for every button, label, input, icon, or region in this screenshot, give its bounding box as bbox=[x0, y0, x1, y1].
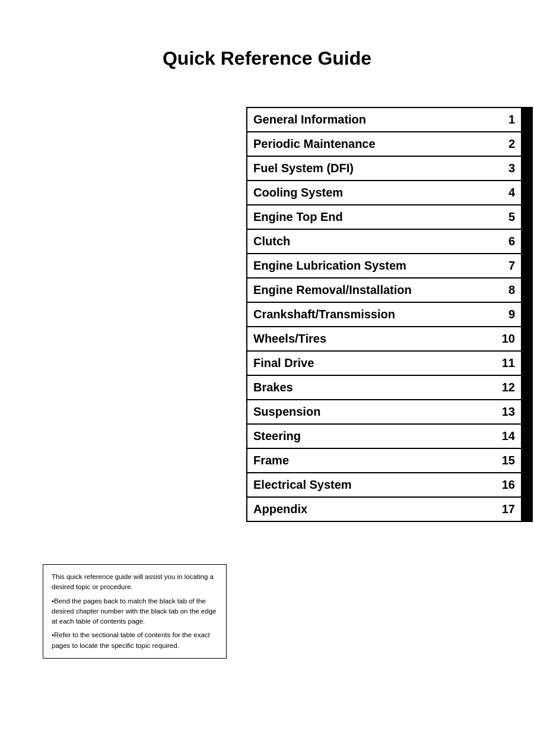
toc-item-number: 7 bbox=[491, 254, 521, 277]
toc-item-number: 14 bbox=[491, 425, 521, 448]
toc-item-tab bbox=[521, 473, 532, 496]
toc-item[interactable]: Engine Lubrication System7 bbox=[246, 253, 533, 277]
toc-item-tab bbox=[521, 279, 532, 302]
toc-item-label: Crankshaft/Transmission bbox=[247, 303, 491, 326]
toc-item[interactable]: Appendix17 bbox=[246, 496, 533, 522]
toc-item-label: Brakes bbox=[247, 376, 491, 399]
toc-item-label: Fuel System (DFI) bbox=[247, 157, 491, 180]
note-line3: •Refer to the sectional table of content… bbox=[52, 630, 218, 651]
toc-item-tab bbox=[521, 254, 532, 277]
note-line1: This quick reference guide will assist y… bbox=[52, 572, 218, 593]
toc-item-number: 4 bbox=[491, 181, 521, 204]
toc-item-number: 2 bbox=[491, 132, 521, 156]
toc-item-tab bbox=[521, 157, 532, 180]
toc-item[interactable]: Crankshaft/Transmission9 bbox=[246, 302, 533, 326]
note-box: This quick reference guide will assist y… bbox=[43, 564, 227, 659]
toc-item[interactable]: General Information1 bbox=[246, 107, 533, 131]
toc-item-tab bbox=[521, 303, 532, 326]
toc-item[interactable]: Periodic Maintenance2 bbox=[246, 131, 533, 156]
toc-item-number: 12 bbox=[491, 376, 521, 399]
toc-item[interactable]: Wheels/Tires10 bbox=[246, 326, 533, 350]
toc-item-label: Engine Top End bbox=[247, 205, 491, 229]
toc-item-tab bbox=[521, 449, 532, 472]
toc-item-tab bbox=[521, 425, 532, 448]
toc-item[interactable]: Engine Removal/Installation8 bbox=[246, 277, 533, 302]
toc-container: General Information1Periodic Maintenance… bbox=[246, 107, 533, 522]
toc-item[interactable]: Brakes12 bbox=[246, 375, 533, 399]
toc-item-label: Cooling System bbox=[247, 181, 491, 204]
toc-item-tab bbox=[521, 498, 532, 521]
page-title: Quick Reference Guide bbox=[0, 0, 534, 105]
toc-item-number: 3 bbox=[491, 157, 521, 180]
toc-item-tab bbox=[521, 376, 532, 399]
toc-item-number: 13 bbox=[491, 400, 521, 423]
toc-item-number: 6 bbox=[491, 230, 521, 253]
toc-item-label: Appendix bbox=[247, 498, 491, 521]
toc-item-tab bbox=[521, 132, 532, 156]
toc-item[interactable]: Frame15 bbox=[246, 448, 533, 472]
toc-item-label: Suspension bbox=[247, 400, 491, 423]
toc-item[interactable]: Steering14 bbox=[246, 423, 533, 448]
toc-item-label: Wheels/Tires bbox=[247, 327, 491, 350]
toc-item-tab bbox=[521, 400, 532, 423]
toc-item-tab bbox=[521, 352, 532, 375]
toc-item-label: Periodic Maintenance bbox=[247, 132, 491, 156]
toc-item[interactable]: Suspension13 bbox=[246, 399, 533, 423]
toc-item-number: 16 bbox=[491, 473, 521, 496]
toc-item-tab bbox=[521, 181, 532, 204]
toc-item-number: 15 bbox=[491, 449, 521, 472]
toc-item-label: General Information bbox=[247, 108, 491, 131]
toc-item-label: Electrical System bbox=[247, 473, 491, 496]
toc-item-label: Steering bbox=[247, 425, 491, 448]
toc-item-label: Engine Lubrication System bbox=[247, 254, 491, 277]
toc-item[interactable]: Final Drive11 bbox=[246, 350, 533, 375]
toc-item-tab bbox=[521, 205, 532, 229]
toc-item[interactable]: Electrical System16 bbox=[246, 472, 533, 496]
toc-item[interactable]: Clutch6 bbox=[246, 229, 533, 253]
toc-item-number: 1 bbox=[491, 108, 521, 131]
toc-item-number: 9 bbox=[491, 303, 521, 326]
toc-item-tab bbox=[521, 327, 532, 350]
toc-item[interactable]: Engine Top End5 bbox=[246, 204, 533, 229]
toc-item-label: Engine Removal/Installation bbox=[247, 279, 491, 302]
toc-item[interactable]: Cooling System4 bbox=[246, 180, 533, 204]
toc-item-number: 17 bbox=[491, 498, 521, 521]
toc-item-number: 10 bbox=[491, 327, 521, 350]
toc-item-number: 8 bbox=[491, 279, 521, 302]
toc-item-tab bbox=[521, 230, 532, 253]
toc-item-number: 5 bbox=[491, 205, 521, 229]
note-line2: •Bend the pages back to match the black … bbox=[52, 596, 218, 627]
toc-item-number: 11 bbox=[491, 352, 521, 375]
toc-item-tab bbox=[521, 108, 532, 131]
toc-item-label: Frame bbox=[247, 449, 491, 472]
toc-item[interactable]: Fuel System (DFI)3 bbox=[246, 156, 533, 180]
toc-item-label: Clutch bbox=[247, 230, 491, 253]
toc-item-label: Final Drive bbox=[247, 352, 491, 375]
